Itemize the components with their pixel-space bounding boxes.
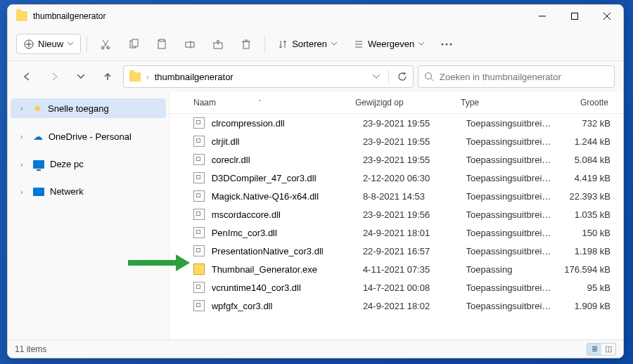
file-name: clrcompression.dll — [212, 118, 363, 129]
explorer-window: thumbnailgenerator Nieuw Sorteren Weerge… — [7, 4, 624, 358]
sort-button[interactable]: Sorteren — [271, 34, 344, 53]
separator — [264, 36, 265, 53]
column-type[interactable]: Type — [461, 98, 552, 108]
sort-label: Sorteren — [292, 39, 327, 49]
file-row[interactable]: PresentationNative_cor3.dll22-9-2021 16:… — [170, 242, 623, 260]
file-date: 22-9-2021 16:57 — [363, 246, 466, 256]
svg-point-25 — [426, 73, 432, 79]
file-date: 14-7-2021 00:08 — [363, 282, 466, 293]
close-button[interactable] — [591, 5, 623, 27]
new-label: Nieuw — [38, 39, 63, 49]
file-row[interactable]: clrjit.dll23-9-2021 19:55Toepassingsuitb… — [170, 132, 623, 150]
recent-button[interactable] — [70, 65, 92, 88]
minimize-button[interactable] — [526, 5, 558, 27]
file-size: 1.909 kB — [556, 301, 610, 311]
forward-button[interactable] — [43, 65, 65, 88]
search-bar[interactable] — [418, 65, 615, 88]
file-row[interactable]: coreclr.dll23-9-2021 19:55Toepassingsuit… — [170, 150, 623, 169]
back-button[interactable] — [16, 65, 39, 88]
column-date[interactable]: Gewijzigd op — [355, 98, 461, 108]
svg-rect-16 — [243, 41, 249, 48]
cloud-icon: ☁ — [33, 131, 43, 142]
status-text: 11 items — [15, 344, 587, 354]
file-name: D3DCompiler_47_cor3.dll — [212, 173, 363, 183]
file-type: Toepassingsuitbreidi... — [466, 173, 556, 183]
column-size[interactable]: Grootte — [552, 98, 608, 108]
up-button[interactable] — [96, 65, 119, 88]
file-row[interactable]: wpfgfx_cor3.dll24-9-2021 18:02Toepassing… — [170, 297, 623, 315]
dll-icon — [193, 190, 205, 202]
large-icons-view-button[interactable]: ◫ — [601, 344, 615, 355]
file-row[interactable]: mscordaccore.dll23-9-2021 19:56Toepassin… — [170, 205, 623, 223]
chevron-right-icon: › — [20, 104, 27, 112]
file-type: Toepassingsuitbreidi... — [466, 301, 556, 311]
file-date: 2-12-2020 06:30 — [363, 173, 466, 183]
maximize-button[interactable] — [558, 5, 591, 27]
file-row[interactable]: PenImc_cor3.dll24-9-2021 18:01Toepassing… — [170, 223, 623, 242]
sidebar-item-this-pc[interactable]: › Deze pc — [11, 155, 166, 174]
search-icon — [424, 72, 434, 82]
chevron-down-icon[interactable] — [373, 74, 380, 79]
column-headers: Naam˄ Gewijzigd op Type Grootte — [170, 92, 623, 114]
titlebar: thumbnailgenerator — [8, 5, 623, 27]
file-size: 1.198 kB — [556, 246, 610, 256]
file-size: 176.594 kB — [556, 264, 610, 275]
share-button[interactable] — [205, 32, 231, 57]
sidebar-item-network[interactable]: › Netwerk — [11, 182, 166, 201]
sidebar-item-onedrive[interactable]: › ☁ OneDrive - Personal — [11, 126, 166, 146]
more-button[interactable] — [434, 32, 459, 57]
star-icon: ★ — [33, 103, 42, 114]
chevron-down-icon — [68, 42, 73, 46]
view-button[interactable]: Weergeven — [347, 34, 431, 53]
view-label: Weergeven — [368, 39, 414, 49]
svg-point-24 — [450, 43, 452, 45]
delete-button[interactable] — [234, 32, 259, 57]
paste-button[interactable] — [149, 32, 174, 57]
svg-rect-12 — [160, 39, 164, 41]
file-type: Toepassingsuitbreidi... — [466, 246, 556, 256]
file-date: 4-11-2021 07:35 — [363, 264, 466, 275]
file-name: clrjit.dll — [212, 136, 363, 147]
file-row[interactable]: D3DCompiler_47_cor3.dll2-12-2020 06:30To… — [170, 169, 623, 187]
file-name: mscordaccore.dll — [212, 209, 363, 220]
sidebar-label: Netwerk — [50, 186, 84, 197]
chevron-down-icon — [331, 42, 337, 46]
address-bar[interactable]: › thumbnailgenerator — [123, 65, 414, 88]
sort-icon — [278, 39, 288, 49]
file-row[interactable]: Magick.Native-Q16-x64.dll8-8-2021 14:53T… — [170, 187, 623, 205]
file-date: 23-9-2021 19:55 — [363, 136, 466, 147]
file-type: Toepassing — [466, 264, 556, 275]
path-text: thumbnailgenerator — [155, 72, 367, 82]
file-size: 95 kB — [556, 282, 610, 293]
cut-button[interactable] — [93, 32, 118, 57]
file-date: 24-9-2021 18:02 — [363, 301, 466, 311]
file-name: PenImc_cor3.dll — [212, 228, 363, 238]
file-size: 22.393 kB — [556, 191, 610, 202]
rename-button[interactable] — [177, 32, 203, 57]
file-date: 23-9-2021 19:55 — [363, 155, 466, 165]
copy-button[interactable] — [121, 32, 146, 57]
file-name: vcruntime140_cor3.dll — [212, 282, 363, 293]
window-controls — [526, 5, 623, 27]
svg-point-22 — [442, 43, 444, 45]
file-type: Toepassingsuitbreidi... — [466, 155, 556, 165]
svg-point-23 — [446, 43, 448, 45]
search-input[interactable] — [440, 72, 608, 82]
file-row[interactable]: Thumbnail_Generator.exe4-11-2021 07:35To… — [170, 260, 623, 278]
file-date: 23-9-2021 19:56 — [363, 209, 466, 220]
refresh-icon[interactable] — [397, 72, 407, 82]
file-list: Naam˄ Gewijzigd op Type Grootte clrcompr… — [170, 92, 623, 339]
dll-icon — [193, 300, 205, 311]
file-row[interactable]: vcruntime140_cor3.dll14-7-2021 00:08Toep… — [170, 278, 623, 297]
network-icon — [33, 188, 44, 196]
details-view-button[interactable]: ≣ — [587, 344, 601, 355]
folder-icon — [129, 72, 141, 82]
dll-icon — [193, 172, 205, 183]
file-row[interactable]: clrcompression.dll23-9-2021 19:55Toepass… — [170, 114, 623, 132]
new-button[interactable]: Nieuw — [16, 34, 81, 54]
file-date: 23-9-2021 19:55 — [363, 118, 466, 129]
separator — [388, 70, 389, 84]
sidebar-item-quick-access[interactable]: › ★ Snelle toegang — [11, 98, 166, 118]
file-size: 1.244 kB — [556, 136, 610, 147]
column-name[interactable]: Naam˄ — [193, 98, 355, 108]
